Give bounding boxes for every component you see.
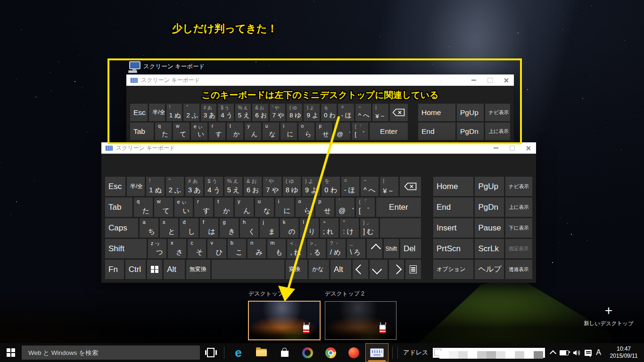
key-PgDn[interactable]: PgDn: [457, 123, 484, 140]
taskbar-app-edge[interactable]: e: [227, 343, 250, 362]
key-と[interactable]: sと: [160, 218, 179, 238]
key-半/全[interactable]: 半/全: [149, 104, 165, 121]
key-い[interactable]: e ぃい: [174, 197, 193, 217]
key-下に表示[interactable]: 下に表示: [505, 218, 532, 238]
key-も[interactable]: mも: [267, 239, 286, 258]
key-に[interactable]: iに: [281, 123, 297, 140]
key-backspace[interactable]: [400, 177, 421, 196]
key-¥-−[interactable]: |¥ −: [372, 104, 388, 121]
key-す[interactable]: rす: [194, 197, 213, 217]
ime-indicator[interactable]: A: [596, 348, 601, 357]
key-4-う[interactable]: $ う4 う: [205, 177, 223, 196]
key-く[interactable]: hく: [240, 218, 259, 238]
key-win[interactable]: [147, 260, 163, 279]
taskbar-clock[interactable]: 10:47 2015/09/11: [605, 346, 642, 360]
key-Ctrl[interactable]: Ctrl: [125, 260, 146, 279]
key-Pause[interactable]: Pause: [475, 218, 504, 238]
key-Enter[interactable]: Enter: [370, 123, 408, 140]
taskbar-app-file-explorer[interactable]: [250, 343, 273, 362]
key-7-や[interactable]: ' や7 や: [270, 104, 285, 121]
key-End[interactable]: End: [418, 123, 455, 140]
key-PgUp[interactable]: PgUp: [457, 104, 484, 121]
key-ら[interactable]: oら: [296, 197, 314, 217]
key-ん[interactable]: yん: [245, 123, 261, 140]
key-て[interactable]: wて: [154, 197, 173, 217]
minimize-button[interactable]: [466, 74, 482, 86]
key-5-え[interactable]: % え5 え: [235, 104, 251, 121]
close-button[interactable]: [520, 142, 536, 154]
key-PgUp[interactable]: PgUp: [475, 177, 504, 196]
key-い[interactable]: e ぃい: [191, 123, 207, 140]
key-に[interactable]: iに: [275, 197, 294, 217]
key-Insert[interactable]: Insert: [433, 218, 473, 238]
key-[-゜[interactable]: { 「[ ゜: [356, 197, 375, 217]
key-半/全[interactable]: 半/全: [127, 177, 145, 196]
key-ら[interactable]: oら: [298, 123, 315, 140]
key-@-゛[interactable]: `@ ゛: [334, 123, 350, 140]
speaker-icon[interactable]: [573, 350, 580, 356]
key-9-よ[interactable]: ) よ9 よ: [304, 104, 319, 121]
key-3-あ[interactable]: # あ3 あ: [201, 104, 216, 121]
key-:-け[interactable]: *: け: [340, 218, 359, 238]
key-¥-−[interactable]: |¥ −: [380, 177, 398, 196]
key-の[interactable]: kの: [280, 218, 299, 238]
key-5-え[interactable]: % え5 え: [224, 177, 242, 196]
key-^-へ[interactable]: ~^ へ: [361, 177, 379, 196]
key-6-お[interactable]: & お6 お: [252, 104, 268, 121]
key-chev-right[interactable]: [389, 260, 405, 279]
key-space[interactable]: [212, 260, 284, 279]
key-そ[interactable]: cそ: [188, 239, 206, 258]
key-オプション[interactable]: オプション: [433, 260, 473, 279]
key-か[interactable]: tか: [227, 123, 243, 140]
key-PrtScn[interactable]: PrtScn: [433, 239, 473, 258]
key-2-ふ[interactable]: "2 ふ: [183, 104, 199, 121]
key-無変換[interactable]: 無変換: [186, 260, 210, 279]
key-menu[interactable]: [405, 260, 421, 279]
key-Enter[interactable]: Enter: [376, 197, 421, 217]
key-;-れ[interactable]: +; れ: [320, 218, 339, 238]
key-chev-up[interactable]: [367, 239, 382, 258]
key-ま[interactable]: jま: [260, 218, 279, 238]
key-7-や[interactable]: ' や7 や: [263, 177, 281, 196]
key-0-わ[interactable]: を0 わ: [322, 177, 339, 196]
key-さ[interactable]: xさ: [168, 239, 186, 258]
key-Tab[interactable]: Tab: [130, 123, 154, 140]
osk-big-titlebar[interactable]: スクリーン キーボード: [101, 142, 536, 154]
maximize-button[interactable]: [482, 74, 498, 86]
key-chev-left[interactable]: [353, 260, 368, 279]
key-\-ろ[interactable]: _\ ろ: [347, 239, 365, 258]
key-3-あ[interactable]: # あ3 あ: [185, 177, 203, 196]
key-ひ[interactable]: vひ: [207, 239, 226, 258]
key-]-む[interactable]: } 」] む: [360, 218, 379, 238]
key-固定表示[interactable]: 固定表示: [505, 239, 532, 258]
key-8-ゆ[interactable]: ( ゆ8 ゆ: [287, 104, 302, 121]
key-せ[interactable]: pせ: [315, 197, 334, 217]
key-つ[interactable]: z っつ: [148, 239, 166, 258]
key-Alt[interactable]: Alt: [164, 260, 185, 279]
key-chev-down[interactable]: [370, 260, 388, 279]
key-ち[interactable]: aち: [140, 218, 158, 238]
minimize-button[interactable]: [488, 142, 504, 154]
key-Esc[interactable]: Esc: [130, 104, 148, 121]
action-center-icon[interactable]: [585, 350, 592, 356]
key-1-ぬ[interactable]: !1 ぬ: [146, 177, 164, 196]
key-かな[interactable]: かな: [309, 260, 329, 279]
key-0-わ[interactable]: を0 わ: [321, 104, 337, 121]
key-.-る[interactable]: > 。. る: [307, 239, 326, 258]
key-ナビ表示[interactable]: ナビ表示: [485, 104, 510, 121]
desktop1-thumbnail[interactable]: [248, 301, 321, 340]
key---ほ[interactable]: =- ほ: [338, 104, 354, 121]
key-な[interactable]: uな: [263, 123, 279, 140]
key-た[interactable]: qた: [134, 197, 153, 217]
key-ScrLk[interactable]: ScrLk: [475, 239, 504, 258]
address-input[interactable]: [433, 348, 545, 358]
close-button[interactable]: [498, 74, 514, 86]
key-た[interactable]: qた: [155, 123, 172, 140]
new-desktop-button[interactable]: + 新しいデスクトップ: [578, 304, 639, 327]
key-@-゛[interactable]: `@ ゛: [336, 197, 355, 217]
maximize-button[interactable]: [504, 142, 520, 154]
key-Alt[interactable]: Alt: [330, 260, 352, 279]
key-上に表示[interactable]: 上に表示: [485, 123, 510, 140]
key-こ[interactable]: bこ: [228, 239, 246, 258]
taskbar-app-colorwheel[interactable]: [296, 343, 319, 362]
